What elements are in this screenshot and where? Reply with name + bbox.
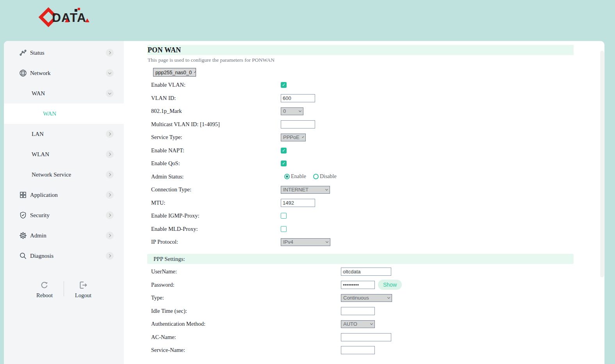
service-type-select[interactable]: PPPoE [281, 134, 306, 141]
activity-icon [19, 49, 27, 57]
chevron-right-icon[interactable] [106, 130, 114, 138]
field-label: Password: [151, 282, 341, 288]
mtu-input[interactable] [281, 199, 315, 207]
idle-time-input[interactable] [341, 307, 375, 315]
auth-method-select[interactable]: AUTO [341, 320, 375, 328]
sidebar-item-label: Admin [30, 232, 46, 239]
field-label: Enable MLD-Proxy: [151, 226, 281, 232]
enable-vlan-checkbox[interactable]: ✓ [281, 82, 287, 88]
enable-igmp-row: Enable IGMP-Proxy: [151, 209, 463, 223]
ip-protocol-row: IP Protocol: IPv4 [151, 236, 463, 249]
admin-enable-radio[interactable] [284, 174, 290, 179]
main-content: PON WAN This page is used to configure t… [124, 41, 604, 364]
username-input[interactable] [341, 268, 391, 276]
chevron-down-icon [194, 71, 196, 73]
sidebar-footer: Reboot Logout [4, 280, 124, 299]
admin-disable-radio[interactable] [313, 174, 319, 179]
sidebar-item-network-service[interactable]: Network Service [4, 164, 124, 185]
page-title: PON WAN [148, 46, 181, 54]
password-input[interactable] [341, 281, 375, 289]
service-name-input[interactable] [341, 346, 375, 354]
mtu-row: MTU: [151, 196, 463, 210]
chevron-down-icon[interactable] [106, 89, 114, 97]
multicast-vlan-input[interactable] [281, 120, 315, 128]
field-label: Multicast VLAN ID: [1-4095] [151, 121, 281, 128]
reboot-label: Reboot [32, 292, 57, 299]
ac-name-row: AC-Name: [151, 331, 463, 344]
sidebar-item-admin[interactable]: Admin [4, 225, 124, 246]
chevron-right-icon[interactable] [106, 191, 114, 199]
sidebar-item-wan[interactable]: WAN [4, 103, 124, 124]
connection-type-select[interactable]: INTERNET [281, 186, 330, 194]
ppp-settings-form: UserName: Password: Show Type: Continuou… [151, 265, 463, 357]
enable-qos-checkbox[interactable]: ✓ [281, 161, 287, 166]
chevron-right-icon[interactable] [106, 171, 114, 178]
sidebar-item-label: Network Service [32, 171, 71, 178]
ppp-settings-title: PPP Settings: [153, 256, 185, 262]
wan-interface-select[interactable]: ppp255_nas0_0 [153, 68, 196, 77]
ip-protocol-select[interactable]: IPv4 [281, 238, 330, 246]
app-panel: Status Network WAN WAN LAN [4, 41, 604, 364]
select-value: 0 [283, 108, 286, 114]
magnifier-icon [19, 252, 27, 260]
field-label: Idle Time (sec): [151, 308, 341, 314]
page-description: This page is used to configure the param… [148, 57, 275, 63]
sidebar-item-label: WAN [43, 111, 56, 117]
sidebar: Status Network WAN WAN LAN [4, 41, 124, 364]
field-label: IP Protocol: [151, 239, 281, 245]
logo-text: DATA [52, 11, 86, 25]
select-value: PPPoE [283, 134, 299, 140]
sidebar-item-lan[interactable]: LAN [4, 124, 124, 144]
sidebar-item-label: Application [30, 192, 58, 198]
sidebar-item-wlan[interactable]: WLAN [4, 144, 124, 164]
chevron-down-icon [370, 322, 373, 325]
chevron-right-icon[interactable] [106, 150, 114, 158]
select-value: INTERNET [283, 187, 308, 193]
field-label: Enable IGMP-Proxy: [151, 212, 281, 219]
scrollbar-thumb[interactable] [600, 51, 604, 277]
chevron-right-icon[interactable] [106, 211, 114, 219]
chevron-down-icon[interactable] [106, 69, 114, 77]
logout-button[interactable]: Logout [70, 280, 96, 299]
sidebar-item-status[interactable]: Status [4, 43, 124, 63]
logo-mark-dark [75, 9, 77, 12]
select-value: IPv4 [283, 239, 293, 245]
connection-type-row: Connection Type: INTERNET [151, 183, 463, 196]
enable-napt-row: Enable NAPT: ✓ [151, 144, 463, 157]
enable-mld-checkbox[interactable] [281, 226, 287, 232]
chevron-down-icon [299, 109, 301, 112]
field-label: Connection Type: [151, 186, 281, 193]
sidebar-item-diagnosis[interactable]: Diagnosis [4, 246, 124, 266]
sidebar-item-network[interactable]: Network [4, 63, 124, 83]
chevron-down-icon [325, 188, 328, 191]
sidebar-item-application[interactable]: Application [4, 185, 124, 205]
reboot-button[interactable]: Reboot [32, 280, 57, 299]
enable-napt-checkbox[interactable]: ✓ [281, 148, 287, 153]
field-label: Service-Name: [151, 347, 341, 353]
globe-icon [19, 69, 27, 77]
field-label: UserName: [151, 268, 341, 275]
username-row: UserName: [151, 265, 463, 278]
chevron-right-icon[interactable] [106, 232, 114, 239]
admin-status-radio-group: Enable Disable [284, 173, 344, 180]
enable-igmp-checkbox[interactable] [281, 213, 287, 219]
sidebar-item-security[interactable]: Security [4, 205, 124, 225]
field-label: Admin Status: [151, 173, 281, 180]
admin-status-row: Admin Status: Enable Disable [151, 170, 463, 184]
chevron-right-icon[interactable] [106, 252, 114, 260]
ppp-type-row: Type: Continuous [151, 291, 463, 305]
check-icon: ✓ [282, 148, 285, 153]
chevron-right-icon[interactable] [106, 49, 114, 57]
chevron-down-icon [326, 240, 328, 243]
ac-name-input[interactable] [341, 333, 391, 341]
sidebar-item-label: Status [30, 50, 45, 56]
sidebar-item-wan-group[interactable]: WAN [4, 83, 124, 103]
page-title-bar: PON WAN [147, 45, 574, 55]
wan-settings-form: Enable VLAN: ✓ VLAN ID: 802.1p_Mark 0 Mu… [151, 79, 463, 249]
vlan-id-input[interactable] [281, 94, 315, 102]
ppp-type-select[interactable]: Continuous [341, 294, 392, 302]
service-name-row: Service-Name: [151, 344, 463, 357]
show-password-button[interactable]: Show [378, 280, 402, 290]
sidebar-item-label: WAN [32, 90, 45, 97]
p-mark-select[interactable]: 0 [281, 107, 303, 115]
